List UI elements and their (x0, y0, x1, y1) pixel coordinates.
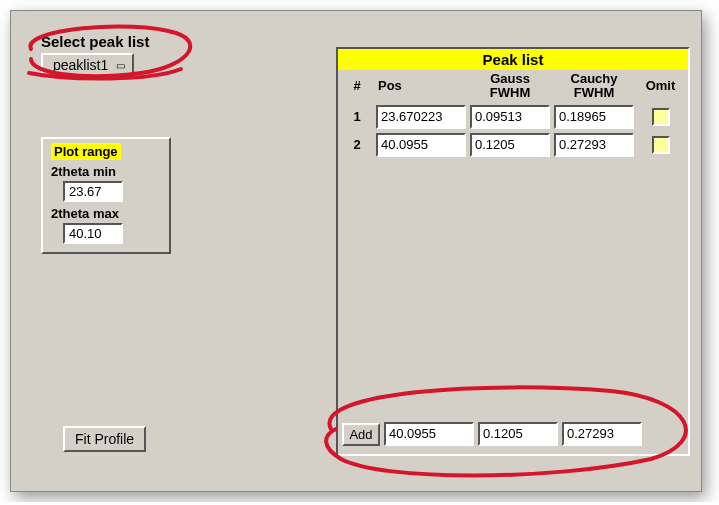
add-row: Add 40.0955 0.1205 0.27293 (338, 420, 646, 448)
2theta-max-input[interactable]: 40.10 (63, 223, 123, 244)
select-peak-list-label: Select peak list (41, 33, 201, 50)
table-row: 2 40.0955 0.1205 0.27293 (338, 131, 688, 159)
add-button[interactable]: Add (342, 423, 380, 446)
plot-range-title: Plot range (51, 143, 121, 160)
peaklist-value: peaklist1 (53, 57, 108, 73)
peaklist-dropdown[interactable]: peaklist1 ▭ (41, 53, 134, 77)
gauss-input[interactable]: 0.09513 (470, 105, 550, 129)
col-cauchy: Cauchy FWHM (554, 72, 634, 101)
table-row: 1 23.670223 0.09513 0.18965 (338, 103, 688, 131)
omit-checkbox[interactable] (652, 136, 670, 154)
cauchy-input[interactable]: 0.27293 (554, 133, 634, 157)
pos-input[interactable]: 23.670223 (376, 105, 466, 129)
fit-profile-button[interactable]: Fit Profile (63, 426, 146, 452)
peak-list-panel: Peak list # Pos Gauss FWHM Cauchy FWHM O… (336, 47, 690, 456)
col-omit: Omit (638, 79, 683, 93)
plot-range-box: Plot range 2theta min 23.67 2theta max 4… (41, 137, 171, 254)
2theta-min-input[interactable]: 23.67 (63, 181, 123, 202)
peak-list-header: # Pos Gauss FWHM Cauchy FWHM Omit (338, 70, 688, 103)
2theta-min-label: 2theta min (51, 164, 161, 179)
main-window: Select peak list peaklist1 ▭ Plot range … (10, 10, 702, 492)
dropdown-icon: ▭ (116, 60, 124, 71)
peak-list-title: Peak list (338, 49, 688, 70)
col-num: # (342, 79, 372, 93)
2theta-max-label: 2theta max (51, 206, 161, 221)
gauss-input[interactable]: 0.1205 (470, 133, 550, 157)
add-gauss-input[interactable]: 0.1205 (478, 422, 558, 446)
omit-checkbox[interactable] (652, 108, 670, 126)
row-number: 1 (342, 109, 372, 124)
pos-input[interactable]: 40.0955 (376, 133, 466, 157)
col-pos: Pos (376, 79, 466, 93)
add-pos-input[interactable]: 40.0955 (384, 422, 474, 446)
row-number: 2 (342, 137, 372, 152)
add-cauchy-input[interactable]: 0.27293 (562, 422, 642, 446)
cauchy-input[interactable]: 0.18965 (554, 105, 634, 129)
left-column: Select peak list peaklist1 ▭ Plot range … (41, 33, 201, 254)
col-gauss: Gauss FWHM (470, 72, 550, 101)
